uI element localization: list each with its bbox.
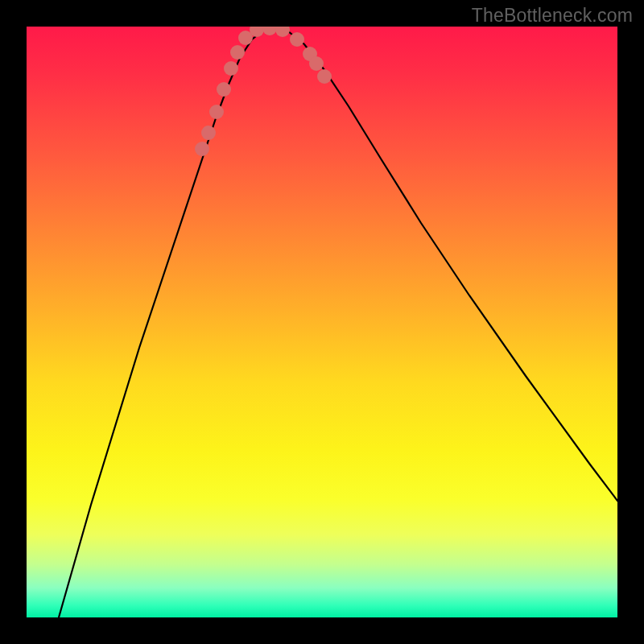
highlight-dot xyxy=(290,32,304,47)
chart-svg xyxy=(27,27,617,617)
highlight-dot xyxy=(309,56,324,71)
highlight-dot xyxy=(262,27,277,35)
bottleneck-curve xyxy=(59,28,617,617)
highlight-dot xyxy=(317,69,332,84)
highlight-dot xyxy=(209,105,224,119)
plot-area xyxy=(27,27,617,617)
highlight-dot xyxy=(217,82,231,97)
watermark-text: TheBottleneck.com xyxy=(472,5,633,27)
highlight-dot xyxy=(201,126,216,140)
highlight-dot xyxy=(224,61,238,76)
highlight-dot xyxy=(230,45,245,60)
highlight-dots xyxy=(195,27,332,156)
highlight-dot xyxy=(195,142,209,156)
highlight-dot xyxy=(275,27,290,37)
